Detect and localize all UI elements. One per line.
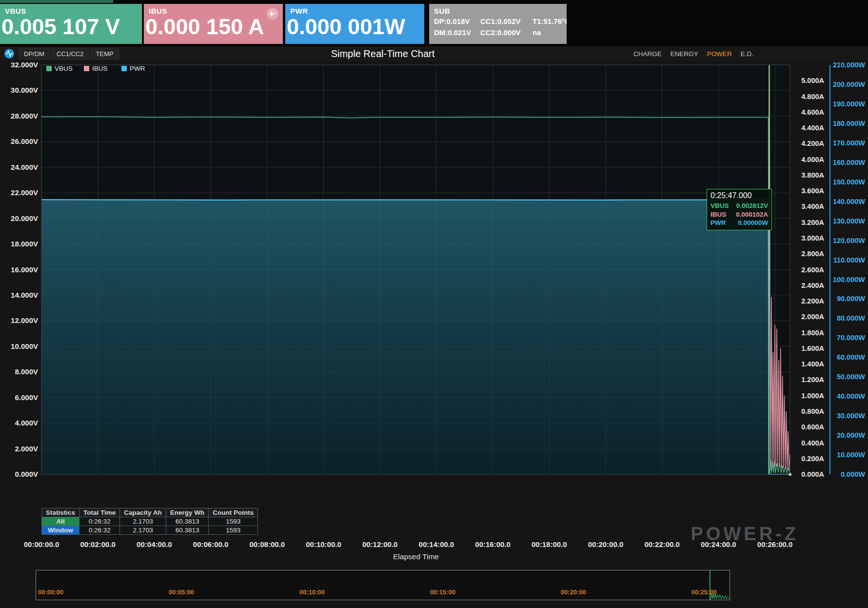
svg-text:0.600A: 0.600A	[801, 423, 824, 431]
svg-text:4.000V: 4.000V	[15, 419, 38, 427]
stats-value: 0:26:32	[79, 526, 120, 535]
ibus-card[interactable]: IBUS 0.000 150 A	[144, 4, 283, 44]
toolbar: DP/DMCC1/CC2TEMP Simple Real-Time Chart …	[0, 46, 868, 61]
stats-row-label[interactable]: All	[42, 517, 79, 526]
tooltip-row-pwr: PWR0.00000W	[710, 219, 768, 227]
svg-text:8.000V: 8.000V	[15, 367, 38, 376]
stats-header-cell: Statistics	[42, 508, 79, 517]
svg-text:110.000W: 110.000W	[833, 256, 866, 264]
stats-value: 60.3813	[166, 526, 209, 535]
svg-text:00:18:00.0: 00:18:00.0	[532, 540, 567, 548]
sub-values-grid: DP:0.018VCC1:0.052VT1:51.76°CDM:0.021VCC…	[429, 15, 567, 37]
svg-text:3.800A: 3.800A	[801, 171, 824, 179]
vbus-card-label: VBUS	[0, 4, 142, 15]
sub-value: na	[533, 28, 567, 37]
tab-cc1-cc2[interactable]: CC1/CC2	[51, 48, 89, 60]
realtime-chart[interactable]: POWER-Z32.000V30.000V28.000V26.000V24.00…	[0, 61, 868, 566]
svg-text:32.000V: 32.000V	[11, 61, 38, 69]
svg-text:2.600A: 2.600A	[801, 266, 824, 274]
svg-text:26.000V: 26.000V	[11, 137, 38, 145]
right-tab-group: CHARGEENERGYPOWERE.D.	[633, 50, 753, 58]
svg-text:00:08:00.0: 00:08:00.0	[250, 540, 285, 548]
sub-card-label: SUB	[429, 4, 567, 15]
svg-text:00:12:00.0: 00:12:00.0	[362, 540, 398, 548]
tooltip-time: 0:25:47.000	[710, 191, 768, 200]
pwr-card[interactable]: PWR 0.000 001W	[285, 4, 424, 44]
svg-text:14.000V: 14.000V	[11, 291, 38, 299]
svg-text:00:24:00.0: 00:24:00.0	[701, 540, 736, 548]
svg-text:120.000W: 120.000W	[833, 237, 865, 244]
top-edge-strip	[0, 0, 113, 3]
stats-row-label[interactable]: Window	[42, 526, 79, 535]
ibus-card-value: 0.000 150 A	[144, 15, 283, 38]
svg-text:00:02:00.0: 00:02:00.0	[80, 540, 116, 548]
stats-header-cell: Total Time	[79, 508, 120, 517]
sub-value: DP:0.018V	[434, 17, 480, 25]
svg-text:22.000V: 22.000V	[11, 188, 38, 197]
tab-temp[interactable]: TEMP	[91, 48, 119, 60]
pwr-card-label: PWR	[285, 4, 424, 15]
svg-text:150.000W: 150.000W	[833, 178, 865, 186]
tab-power[interactable]: POWER	[707, 50, 732, 58]
vbus-card[interactable]: VBUS 0.005 107 V	[0, 4, 142, 44]
sub-value: T1:51.76°C	[533, 17, 567, 25]
svg-text:20.000V: 20.000V	[11, 214, 38, 223]
tooltip-row-ibus: IBUS0.000102A	[710, 210, 768, 219]
svg-text:0.000W: 0.000W	[841, 470, 865, 478]
svg-text:40.000W: 40.000W	[837, 392, 865, 400]
sub-card[interactable]: SUB DP:0.018VCC1:0.052VT1:51.76°CDM:0.02…	[429, 4, 567, 44]
svg-text:0.000V: 0.000V	[15, 470, 38, 478]
svg-text:3.600A: 3.600A	[801, 187, 824, 195]
stats-header-cell: Count Points	[209, 508, 258, 517]
svg-text:16.000V: 16.000V	[11, 265, 38, 274]
tab-e-d-[interactable]: E.D.	[741, 50, 753, 58]
svg-text:4.000A: 4.000A	[801, 156, 824, 163]
svg-text:3.400A: 3.400A	[801, 203, 824, 210]
svg-text:00:16:00.0: 00:16:00.0	[475, 540, 511, 548]
svg-text:60.000W: 60.000W	[837, 353, 865, 361]
stats-value: 0:26:32	[79, 517, 120, 526]
ibus-card-label: IBUS	[144, 4, 283, 15]
svg-text:160.000W: 160.000W	[833, 159, 865, 166]
stats-value: 2.1703	[120, 517, 166, 526]
x-axis-title: Elapsed Time	[393, 552, 439, 561]
timeline-navigator[interactable]: 00:00:0000:05:0000:10:0000:15:0000:20:00…	[36, 570, 730, 600]
statistics-table: StatisticsTotal TimeCapacity AhEnergy Wh…	[41, 508, 258, 535]
tooltip-row-vbus: VBUS0.002812V	[710, 202, 768, 210]
metrics-bar: VBUS 0.005 107 V IBUS 0.000 150 A PWR 0.…	[0, 0, 868, 46]
legend-label-pwr: PWR	[130, 65, 145, 72]
svg-text:2.800A: 2.800A	[801, 250, 824, 258]
stats-row-window: Window0:26:322.170360.38131593	[42, 526, 258, 535]
navigator-preview[interactable]	[36, 570, 730, 600]
svg-text:12.000V: 12.000V	[11, 316, 38, 324]
waveform-icon[interactable]	[4, 48, 15, 59]
svg-text:24.000V: 24.000V	[11, 163, 38, 171]
tab-charge[interactable]: CHARGE	[633, 50, 662, 58]
svg-text:00:26:00.0: 00:26:00.0	[757, 540, 793, 548]
svg-text:200.000W: 200.000W	[833, 81, 865, 88]
stats-value: 60.3813	[166, 517, 209, 526]
legend-swatch-pwr	[121, 66, 127, 71]
arrow-left-circle-icon[interactable]	[266, 7, 279, 22]
svg-text:30.000V: 30.000V	[11, 86, 38, 94]
svg-text:210.000W: 210.000W	[833, 61, 865, 69]
svg-text:1.200A: 1.200A	[801, 376, 824, 384]
svg-text:4.600A: 4.600A	[801, 108, 824, 116]
svg-text:2.000V: 2.000V	[15, 445, 38, 453]
svg-text:0.000A: 0.000A	[801, 470, 824, 478]
chart-region: POWER-Z32.000V30.000V28.000V26.000V24.00…	[0, 61, 868, 566]
stats-row-all: All0:26:322.170360.38131593	[42, 517, 258, 526]
pwr-card-value: 0.000 001W	[285, 15, 424, 38]
svg-text:190.000W: 190.000W	[833, 100, 865, 108]
svg-text:130.000W: 130.000W	[833, 217, 865, 225]
tab-energy[interactable]: ENERGY	[671, 50, 698, 58]
navigator-time-label: 00:05:00	[169, 588, 194, 596]
stats-value: 2.1703	[120, 526, 166, 535]
chart-tooltip: 0:25:47.000 VBUS0.002812VIBUS0.000102APW…	[707, 189, 772, 230]
tab-dp-dm[interactable]: DP/DM	[19, 48, 50, 60]
legend-label-ibus: IBUS	[92, 65, 108, 72]
navigator-time-label: 00:00:00	[38, 588, 63, 596]
svg-text:180.000W: 180.000W	[833, 120, 865, 127]
svg-text:50.000W: 50.000W	[837, 373, 865, 381]
svg-text:00:00:00.0: 00:00:00.0	[24, 540, 59, 548]
